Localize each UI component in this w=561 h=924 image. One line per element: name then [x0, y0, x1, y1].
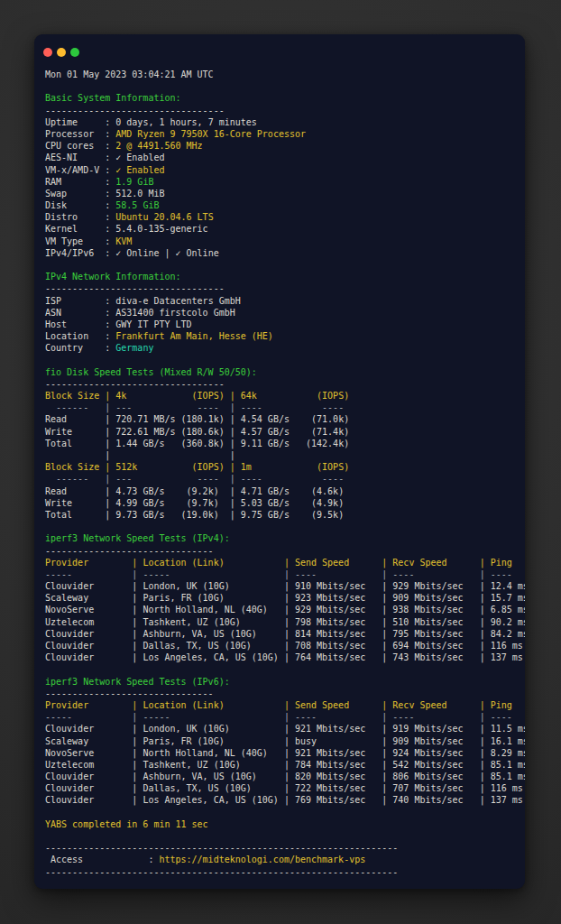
table-divider-row: ------ | --- ---- | ---- ----	[45, 473, 516, 485]
text-segment: Provider	[45, 558, 126, 568]
access-url-link[interactable]: https://midteknologi.com/benchmark-vps	[159, 855, 365, 864]
table-header-row: Block Size | 512k (IOPS) | 1m (IOPS)	[45, 461, 516, 473]
text-segment: 116 ms	[491, 783, 523, 793]
text-segment: North Holland, NL (40G)	[143, 748, 279, 758]
text-segment: |	[225, 474, 241, 484]
text-segment: Distro :	[45, 212, 115, 222]
text-segment: 9.11 GB/s (142.4k)	[241, 439, 349, 448]
text-segment: |	[99, 510, 115, 520]
text-segment: ---------------------------------	[45, 283, 225, 293]
text-segment: |	[474, 795, 491, 805]
text-segment: Clouvider	[45, 795, 126, 805]
text-segment: |	[376, 629, 392, 639]
text-segment: 708 Mbits/sec	[295, 641, 376, 651]
text-segment: Dallas, TX, US (10G)	[143, 641, 279, 651]
text-segment: 740 Mbits/sec	[392, 795, 474, 805]
text-segment: |	[99, 427, 115, 437]
timestamp-line: Mon 01 May 2023 03:04:21 AM UTC	[45, 69, 516, 80]
table-row: Clouvider | London, UK (10G) | 910 Mbits…	[45, 580, 516, 592]
text-segment: |	[474, 629, 491, 639]
text-segment: Ashburn, VA, US (10G)	[143, 629, 279, 639]
text-segment: |	[474, 724, 491, 734]
text-segment: |	[279, 783, 295, 793]
text-segment: |	[99, 474, 115, 484]
minimize-button-icon[interactable]	[57, 48, 66, 57]
text-segment: --- ----	[115, 402, 224, 412]
text-segment: 798 Mbits/sec	[295, 617, 376, 627]
separator-line: ----------------------------------------…	[45, 866, 516, 878]
text-segment: -----	[45, 712, 126, 722]
text-segment: |	[99, 402, 115, 412]
table-row: Write | 722.61 MB/s (180.6k) | 4.57 GB/s…	[45, 426, 516, 438]
table-divider-row: ----- | ----- | ---- | ---- | ----	[45, 568, 516, 580]
text-segment: Tashkent, UZ (10G)	[143, 760, 279, 770]
text-segment: London, UK (10G)	[143, 724, 279, 734]
text-segment: |	[376, 724, 392, 734]
text-segment: |	[126, 617, 143, 627]
text-segment: |	[126, 605, 143, 614]
text-segment: Block Size	[45, 462, 99, 472]
text-segment: |	[279, 581, 295, 591]
text-segment: Uztelecom	[45, 617, 126, 627]
text-segment: 4.57 GB/s (71.4k)	[241, 427, 349, 437]
text-segment: Location (Link)	[143, 558, 279, 568]
text-segment: |	[279, 772, 295, 781]
text-segment: busy	[295, 736, 376, 746]
text-segment: ----	[491, 569, 512, 579]
section-header: IPv4 Network Information:	[45, 271, 516, 282]
text-segment: 15.7 ms	[491, 593, 525, 603]
text-segment: ----	[491, 712, 512, 722]
text-segment: Mon 01 May 2023 03:04:21 AM UTC	[45, 69, 214, 79]
close-button-icon[interactable]	[43, 48, 52, 57]
text-segment: 6.85 ms	[491, 605, 525, 614]
text-segment: |	[99, 486, 115, 496]
status-line: YABS completed in 6 min 11 sec	[45, 818, 516, 830]
text-segment: 707 Mbits/sec	[392, 783, 474, 793]
text-segment: ----	[295, 569, 376, 579]
zoom-button-icon[interactable]	[70, 48, 79, 57]
text-segment: 722.61 MB/s (180.6k)	[115, 427, 224, 437]
text-segment: ---------------------------------	[45, 379, 225, 389]
text-segment: 542 Mbits/sec	[392, 760, 474, 770]
text-segment: AS31400 firstcolo GmbH	[115, 308, 235, 318]
text-segment: |	[99, 414, 115, 424]
text-segment: NovoServe	[45, 605, 126, 614]
text-segment: -------------------------------	[45, 546, 214, 556]
text-segment: Paris, FR (10G)	[143, 593, 279, 603]
separator-line: ---------------------------------	[45, 282, 516, 294]
text-segment: 90.2 ms	[491, 617, 525, 627]
table-row: Uztelecom | Tashkent, UZ (10G) | 798 Mbi…	[45, 616, 516, 628]
terminal-output: Mon 01 May 2023 03:04:21 AM UTCBasic Sys…	[34, 65, 525, 878]
text-segment: Provider	[45, 700, 126, 710]
text-segment: ✓ Enabled	[115, 152, 164, 162]
table-row: Scaleway | Paris, FR (10G) | 923 Mbits/s…	[45, 592, 516, 604]
table-row: Read | 720.71 MB/s (180.1k) | 4.54 GB/s …	[45, 413, 516, 425]
text-segment: |	[126, 652, 143, 662]
separator-line: -------------------------------	[45, 688, 516, 699]
text-segment: |	[225, 510, 241, 520]
text-segment: 512k (IOPS)	[115, 462, 224, 472]
text-segment: 909 Mbits/sec	[392, 593, 474, 603]
info-row: Uptime : 0 days, 1 hours, 7 minutes	[45, 116, 516, 128]
text-segment: |	[376, 581, 392, 591]
text-segment: 85.1 ms	[491, 760, 525, 770]
info-row: IPv4/IPv6 : ✓ Online | ✓ Online	[45, 247, 516, 259]
text-segment: |	[126, 724, 143, 734]
info-row: Kernel : 5.4.0-135-generic	[45, 223, 516, 235]
text-segment: 0 days, 1 hours, 7 minutes	[115, 117, 257, 127]
text-segment: |	[279, 652, 295, 662]
text-segment: |	[126, 629, 143, 639]
text-segment: Uztelecom	[45, 760, 126, 770]
text-segment: Los Angeles, CA, US (10G)	[143, 652, 279, 662]
text-segment: Scaleway	[45, 736, 126, 746]
text-segment: Germany	[115, 343, 153, 353]
text-segment: 9.73 GB/s (19.0k)	[115, 510, 224, 520]
text-segment: Location (Link)	[143, 700, 279, 710]
text-segment: Frankfurt Am Main, Hesse (HE)	[115, 331, 273, 341]
text-segment: Recv Speed	[392, 700, 474, 710]
text-segment: YABS completed in 6 min 11 sec	[45, 819, 208, 829]
table-row: Clouvider | London, UK (10G) | 921 Mbits…	[45, 723, 516, 735]
text-segment: iperf3 Network Speed Tests (IPv4):	[45, 533, 230, 543]
text-segment: 923 Mbits/sec	[295, 593, 376, 603]
text-segment: Processor :	[45, 129, 115, 139]
